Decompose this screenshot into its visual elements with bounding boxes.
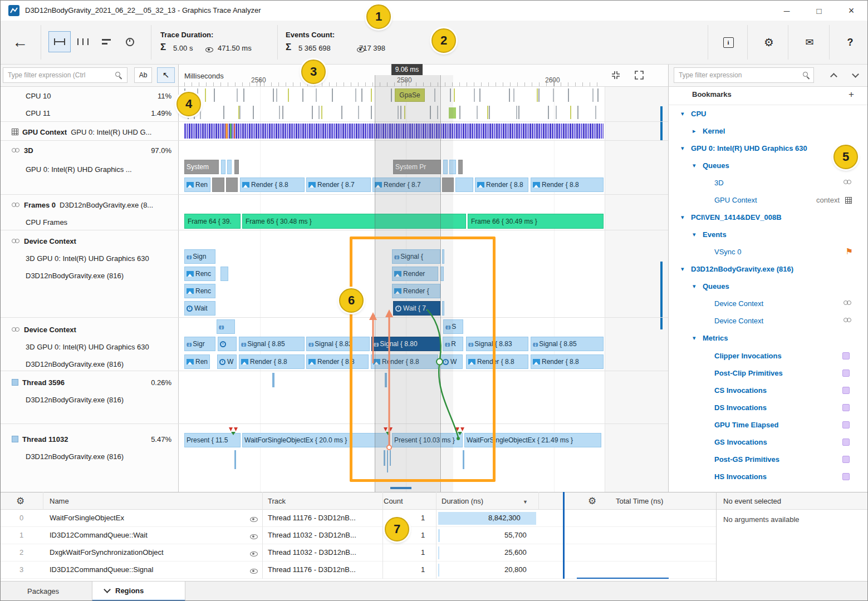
tree-closed-icon[interactable]: ▸ — [693, 127, 696, 135]
track-label-thread-3596[interactable]: Thread 35960.26% — [1, 374, 178, 391]
sidebar-item-metric-postclip[interactable]: Post-Clip Primitives — [669, 366, 868, 382]
tab-regions[interactable]: Regions — [92, 582, 185, 601]
tree-open-icon[interactable]: ▾ — [693, 283, 696, 290]
sidebar-item-queues-2[interactable]: ▾Queues — [669, 279, 868, 295]
packet-bar[interactable] — [455, 178, 473, 192]
track-label-dc2-line3[interactable]: D3D12nBodyGravity.exe (816) — [1, 356, 178, 372]
packet-bar[interactable] — [212, 178, 224, 192]
present-bar[interactable]: Present { 11.5 — [184, 433, 241, 447]
frame-bar[interactable]: Frame 66 { 30.49 ms } — [468, 214, 604, 229]
expand-all-button[interactable] — [846, 67, 865, 83]
track-label-thread-11032[interactable]: Thread 110325.47% — [1, 431, 178, 447]
packet-bar[interactable] — [226, 178, 238, 192]
collapse-all-button[interactable] — [824, 67, 843, 83]
view-mode-tracks-button[interactable] — [95, 31, 117, 52]
sidebar-item-metrics[interactable]: ▾Metrics — [669, 331, 868, 347]
track-label-thread-3596-proc[interactable]: D3D12nBodyGravity.exe (816) — [1, 391, 178, 408]
tree-open-icon[interactable]: ▾ — [693, 231, 696, 238]
add-bookmark-button[interactable]: + — [849, 89, 854, 100]
sidebar-item-metric-clipper[interactable]: Clipper Invocations — [669, 348, 868, 364]
visibility-icon[interactable] — [250, 517, 258, 522]
thread-event-tick[interactable] — [234, 450, 236, 469]
sidebar-item-metric-hs[interactable]: HS Invocations — [669, 469, 868, 485]
render-packet-bar[interactable]: Render { 8.8 — [475, 178, 528, 192]
track-label-3d-queue-device[interactable]: GPU 0: Intel(R) UHD Graphics ... — [1, 161, 178, 178]
feedback-button[interactable]: ✉ — [798, 32, 821, 53]
table-row[interactable]: 3 ID3D12CommandQueue::Signal Thread 1117… — [1, 561, 716, 579]
render-packet-bar[interactable]: Render { 8.8 — [531, 354, 604, 369]
signal-packet-bar[interactable]: ((·)) — [217, 319, 235, 334]
track-label-dc1-line3[interactable]: D3D12nBodyGravity.exe (816) — [1, 267, 178, 284]
track-label-dc2-line2[interactable]: 3D GPU 0: Intel(R) UHD Graphics 630 — [1, 338, 178, 355]
render-packet-bar[interactable]: Renc — [184, 284, 215, 298]
sidebar-item-kernel[interactable]: ▸Kernel — [669, 124, 868, 140]
frame-bar[interactable]: Frame 64 { 39. — [184, 214, 241, 229]
packet-bar[interactable] — [227, 160, 232, 174]
minimize-button[interactable]: ─ — [772, 1, 801, 21]
visibility-icon[interactable] — [250, 534, 258, 539]
settings-button[interactable]: ⚙ — [758, 32, 780, 53]
sidebar-item-vsync[interactable]: VSync 0⚑ — [669, 244, 868, 260]
packet-bar[interactable] — [220, 267, 228, 281]
left-filter-input[interactable] — [3, 67, 127, 83]
packet-bar[interactable] — [221, 160, 225, 174]
sidebar-item-metric-postgs[interactable]: Post-GS Primitives — [669, 452, 868, 468]
info-button[interactable]: i — [717, 32, 739, 53]
back-button[interactable]: ← — [7, 31, 33, 54]
track-label-thread-11032-proc[interactable]: D3D12nBodyGravity.exe (816) — [1, 448, 178, 465]
track-label-dc1-line2[interactable]: 3D GPU 0: Intel(R) UHD Graphics 630 — [1, 250, 178, 267]
thread-event-tick[interactable] — [272, 373, 274, 387]
sidebar-item-device-context-2[interactable]: Device Context — [669, 313, 868, 329]
render-packet-bar[interactable]: Ren — [184, 178, 210, 192]
sidebar-item-metric-gs[interactable]: GS Invocations — [669, 435, 868, 451]
tree-open-icon[interactable]: ▾ — [693, 162, 696, 169]
tree-open-icon[interactable]: ▾ — [681, 265, 684, 273]
tree-open-icon[interactable]: ▾ — [681, 110, 684, 117]
column-header-track[interactable]: Track — [268, 497, 286, 505]
track-label-frames[interactable]: Frames 0D3D12nBodyGravity.exe (8... — [1, 196, 178, 213]
packet-bar[interactable] — [234, 160, 239, 174]
sidebar-item-metric-ds[interactable]: DS Invocations — [669, 400, 868, 416]
sidebar-item-metric-gputime[interactable]: GPU Time Elapsed — [669, 417, 868, 433]
visibility-icon[interactable] — [250, 551, 258, 556]
sidebar-item-pci-device[interactable]: ▾PCI\VEN_1414&DEV_008B — [669, 210, 868, 226]
render-packet-bar[interactable]: Render { 8.8 — [240, 178, 305, 192]
selection-tool-button[interactable]: ↖ — [157, 67, 175, 83]
tab-packages[interactable]: Packages — [27, 587, 59, 595]
aggregate-settings-button[interactable]: ⚙ — [588, 495, 596, 507]
tree-open-icon[interactable]: ▾ — [693, 334, 696, 342]
bookmarks-filter-input[interactable] — [674, 67, 814, 83]
signal-packet-bar[interactable]: ((·))Signal { 8.85 — [531, 337, 604, 351]
render-packet-bar[interactable]: Ren — [184, 354, 210, 369]
track-label-cpu11[interactable]: CPU 111.49% — [1, 105, 178, 121]
table-settings-button[interactable]: ⚙ — [16, 495, 24, 507]
render-packet-bar[interactable]: Render { 8.8 — [531, 178, 604, 192]
visibility-icon[interactable] — [250, 569, 258, 574]
wait-packet-bar[interactable] — [218, 337, 237, 351]
packet-bar[interactable] — [458, 160, 463, 174]
maximize-button[interactable]: □ — [805, 1, 833, 21]
signal-packet-bar[interactable]: ((·))Signal { 8.85 — [239, 337, 305, 351]
sidebar-item-gpu-context[interactable]: GPU Contextcontext — [669, 193, 868, 209]
track-label-device-context-2[interactable]: Device Context — [1, 321, 178, 338]
fit-all-button[interactable] — [630, 67, 649, 83]
render-packet-bar[interactable]: Renc — [184, 267, 215, 281]
track-label-cpu-frames[interactable]: CPU Frames — [1, 214, 178, 230]
render-packet-bar[interactable]: Render { 8.8 — [239, 354, 305, 369]
signal-packet-bar[interactable]: ((·))Sign — [184, 249, 215, 264]
close-button[interactable]: × — [837, 1, 866, 21]
view-mode-range-button[interactable] — [48, 31, 71, 52]
sidebar-item-device-context-1[interactable]: Device Context — [669, 296, 868, 312]
column-header-duration[interactable]: Duration (ns) — [442, 497, 483, 505]
wait-packet-bar[interactable]: W — [217, 354, 237, 369]
render-packet-bar[interactable]: Render { 8.7 — [306, 178, 371, 192]
zoom-to-selection-button[interactable] — [606, 67, 625, 83]
table-row[interactable]: 2 DxgkWaitForSynchronizationObject Threa… — [1, 544, 716, 561]
help-button[interactable]: ? — [839, 32, 861, 53]
column-header-total-time[interactable]: Total Time (ns) — [616, 497, 663, 505]
track-label-device-context-1[interactable]: Device Context — [1, 233, 178, 249]
table-row[interactable]: 1 ID3D12CommandQueue::Wait Thread 11032 … — [1, 527, 716, 544]
sidebar-item-cpu[interactable]: ▾CPU — [669, 106, 868, 122]
column-header-count[interactable]: Count — [384, 497, 403, 505]
tree-open-icon[interactable]: ▾ — [681, 145, 684, 152]
